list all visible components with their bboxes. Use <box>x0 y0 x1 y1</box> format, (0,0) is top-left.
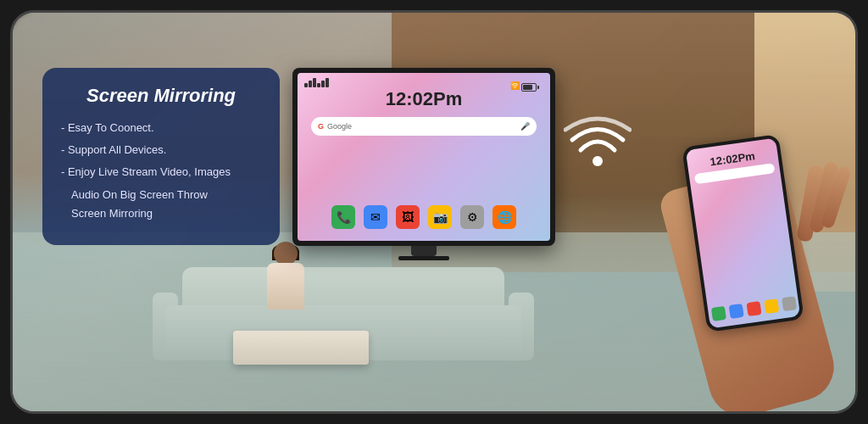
panel-bullet-3-line2: Audio On Big Screen Throw <box>61 187 261 203</box>
tv-icon-mail: ✉ <box>364 205 387 229</box>
google-logo: G <box>318 122 324 131</box>
panel-bullet-3-line1: - Enjoy Live Stream Video, Images <box>61 165 261 180</box>
svg-point-0 <box>593 156 603 166</box>
phone-icon-5 <box>782 296 797 311</box>
phone-app-icons <box>708 296 799 322</box>
panel-bullet-2: - Support All Devices. <box>61 142 261 158</box>
phone-hand: 12:02Pm <box>669 123 838 411</box>
tv-base <box>398 256 449 260</box>
tv-icon-phone: 📞 <box>331 205 355 229</box>
app-frame: 🛜 12:02Pm G Google 🎤 📞 ✉ <box>10 10 858 414</box>
panel-bullet-1: - Esay To Coonect. <box>61 120 261 136</box>
tv-icon-browser: 🌐 <box>492 205 516 229</box>
phone-icon-3 <box>746 301 761 316</box>
tv-time-display: 12:02Pm <box>298 88 550 110</box>
tv-stand <box>411 246 437 256</box>
person-silhouette <box>259 242 309 326</box>
tv-search-label: Google <box>327 122 352 131</box>
tv-screen: 🛜 12:02Pm G Google 🎤 📞 ✉ <box>298 73 550 241</box>
info-panel: Screen Mirroring - Esay To Coonect. - Su… <box>42 68 280 245</box>
tv-icon-camera: 📷 <box>428 205 452 229</box>
tv-display: 🛜 12:02Pm G Google 🎤 📞 ✉ <box>292 68 555 246</box>
coffee-table <box>233 331 369 365</box>
wifi-signal-icon <box>564 114 632 170</box>
phone-screen: 12:02Pm <box>686 138 800 329</box>
phone-icon-2 <box>728 304 743 319</box>
tv-search-bar: G Google 🎤 <box>311 117 537 136</box>
panel-title: Screen Mirroring <box>61 85 261 107</box>
tv-icon-photos: 🖼 <box>396 205 420 229</box>
tv-app-icons: 📞 ✉ 🖼 📷 ⚙ 🌐 <box>298 205 550 229</box>
tv-mic-icon: 🎤 <box>520 122 530 131</box>
panel-bullet-3-line3: Screen Mirroring <box>61 206 261 221</box>
phone-icon-1 <box>710 306 726 321</box>
phone-icon-4 <box>764 298 779 314</box>
tv-bezel: 🛜 12:02Pm G Google 🎤 📞 ✉ <box>292 68 555 246</box>
tv-battery-icon <box>521 83 537 92</box>
tv-icon-settings: ⚙ <box>460 205 484 229</box>
tv-signal-bars <box>304 78 329 87</box>
